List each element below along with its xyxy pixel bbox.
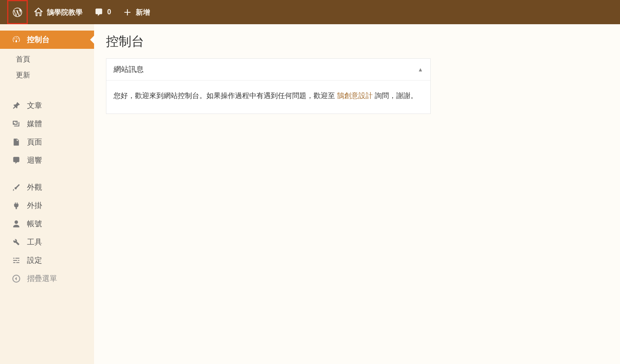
admin-sidebar: 控制台 首頁 更新 文章 媒體 頁面: [0, 24, 94, 364]
welcome-text-after: 詢問，謝謝。: [373, 92, 418, 100]
comment-icon: [11, 155, 21, 166]
menu-label: 控制台: [27, 35, 50, 45]
collapse-menu[interactable]: 摺疊選單: [0, 270, 94, 288]
comment-count: 0: [107, 8, 111, 16]
new-content-link[interactable]: 新增: [117, 0, 156, 24]
comment-icon: [94, 7, 104, 17]
wrench-icon: [11, 237, 21, 247]
menu-pages[interactable]: 頁面: [0, 133, 94, 151]
admin-bar: 鵠學院教學 0 新增: [0, 0, 620, 24]
menu-label: 帳號: [27, 219, 42, 229]
home-icon: [33, 7, 44, 17]
menu-posts[interactable]: 文章: [0, 96, 94, 115]
panel-header: 網站訊息 ▲: [106, 59, 430, 81]
comments-link[interactable]: 0: [88, 0, 117, 24]
submenu-home[interactable]: 首頁: [0, 51, 94, 67]
menu-label: 工具: [27, 237, 42, 247]
menu-label: 文章: [27, 100, 42, 111]
new-label: 新增: [136, 8, 150, 17]
menu-label: 頁面: [27, 137, 42, 147]
sliders-icon: [11, 255, 21, 266]
menu-label: 摺疊選單: [27, 273, 57, 284]
dashboard-submenu: 首頁 更新: [0, 49, 94, 88]
site-info-panel: 網站訊息 ▲ 您好，歡迎來到網站控制台。如果操作過程中有遇到任何問題，歡迎至 鵠…: [106, 58, 431, 114]
pin-icon: [11, 100, 21, 111]
wordpress-icon: [12, 7, 23, 17]
collapse-icon: [11, 273, 21, 284]
wp-logo-button[interactable]: [7, 0, 28, 24]
chevron-up-icon: ▲: [418, 66, 423, 73]
menu-label: 設定: [27, 255, 42, 266]
content-area: 控制台 網站訊息 ▲ 您好，歡迎來到網站控制台。如果操作過程中有遇到任何問題，歡…: [94, 24, 620, 364]
menu-tools[interactable]: 工具: [0, 233, 94, 251]
menu-label: 外觀: [27, 182, 42, 193]
menu-dashboard[interactable]: 控制台: [0, 31, 94, 49]
submenu-updates[interactable]: 更新: [0, 67, 94, 83]
dashboard-icon: [11, 35, 21, 45]
panel-title: 網站訊息: [114, 64, 144, 75]
welcome-link[interactable]: 鵠創意設計: [337, 92, 373, 100]
site-link[interactable]: 鵠學院教學: [28, 0, 88, 24]
menu-comments[interactable]: 迴響: [0, 151, 94, 169]
menu-label: 迴響: [27, 155, 42, 166]
menu-users[interactable]: 帳號: [0, 215, 94, 233]
panel-toggle[interactable]: ▲: [418, 66, 423, 73]
menu-plugins[interactable]: 外掛: [0, 196, 94, 215]
page-icon: [11, 137, 21, 147]
plus-icon: [122, 7, 133, 17]
menu-settings[interactable]: 設定: [0, 251, 94, 270]
menu-label: 媒體: [27, 119, 42, 129]
brush-icon: [11, 182, 21, 193]
panel-body: 您好，歡迎來到網站控制台。如果操作過程中有遇到任何問題，歡迎至 鵠創意設計 詢問…: [106, 81, 430, 114]
page-title: 控制台: [106, 33, 608, 50]
user-icon: [11, 219, 21, 229]
site-name-label: 鵠學院教學: [47, 8, 83, 17]
media-icon: [11, 119, 21, 129]
menu-label: 外掛: [27, 200, 42, 211]
plugin-icon: [11, 200, 21, 211]
menu-media[interactable]: 媒體: [0, 115, 94, 133]
menu-appearance[interactable]: 外觀: [0, 178, 94, 196]
welcome-text: 您好，歡迎來到網站控制台。如果操作過程中有遇到任何問題，歡迎至: [114, 92, 337, 100]
